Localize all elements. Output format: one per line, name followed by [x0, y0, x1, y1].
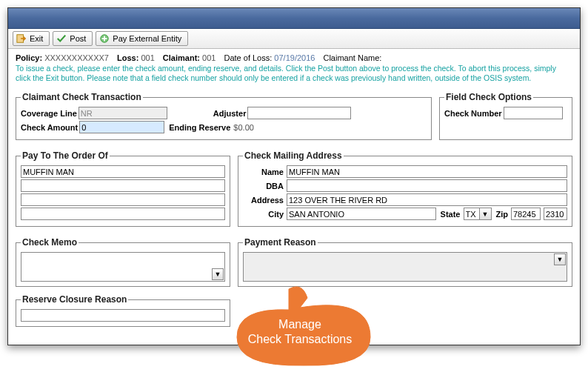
payto-line1[interactable]: [21, 165, 225, 178]
payment-reason-section: Payment Reason ▼: [238, 237, 572, 287]
mailing-legend: Check Mailing Address: [243, 150, 344, 161]
check-amount-input[interactable]: [79, 121, 164, 133]
post-button[interactable]: Post: [53, 31, 93, 46]
pay-to-section: Pay To The Order Of: [16, 150, 230, 227]
policy-value: XXXXXXXXXXX7: [44, 53, 109, 62]
state-dropdown-icon[interactable]: ▼: [480, 208, 492, 220]
check-icon: [56, 33, 67, 44]
payment-reason-dropdown-icon[interactable]: ▼: [554, 253, 566, 265]
field-check-section: Field Check Options Check Number: [439, 92, 572, 140]
claimant-label: Claimant:: [163, 53, 200, 62]
name-label: Name: [243, 168, 284, 176]
zip4-input[interactable]: [544, 208, 567, 220]
name-input[interactable]: [287, 165, 567, 178]
state-label: State: [441, 210, 461, 219]
city-label: City: [243, 210, 284, 219]
ending-reserve-label: Ending Reserve: [169, 123, 230, 132]
check-amount-label: Check Amount: [21, 123, 78, 132]
claimant-name-label: Claimant Name:: [323, 53, 381, 62]
zip-label: Zip: [496, 210, 509, 219]
payto-line2[interactable]: [21, 179, 225, 192]
mailing-section: Check Mailing Address Name DBA Address C…: [238, 150, 572, 227]
dol-value: 07/19/2016: [274, 53, 315, 62]
coverage-line-input[interactable]: [78, 107, 167, 119]
memo-legend: Check Memo: [21, 237, 78, 248]
reserve-closure-legend: Reserve Closure Reason: [21, 294, 128, 305]
adjuster-label: Adjuster: [213, 109, 247, 118]
callout: Manage Check Transactions: [222, 282, 378, 367]
reserve-closure-input[interactable]: [21, 309, 225, 322]
exit-icon: [16, 33, 27, 44]
dba-input[interactable]: [287, 179, 567, 192]
pay-to-legend: Pay To The Order Of: [21, 150, 110, 161]
policy-label: Policy:: [16, 53, 42, 62]
payment-reason-legend: Payment Reason: [243, 237, 318, 248]
claimant-check-section: Claimant Check Transaction Coverage Line…: [16, 92, 432, 140]
dol-label: Date of Loss:: [224, 53, 272, 62]
dba-label: DBA: [243, 182, 284, 190]
zip-input[interactable]: [511, 208, 541, 220]
window-titlebar: [8, 8, 580, 29]
help-text: To issue a check, please enter the check…: [16, 64, 572, 83]
pay-external-button[interactable]: Pay External Entity: [96, 31, 188, 46]
memo-dropdown-icon[interactable]: ▼: [212, 268, 224, 280]
payto-line3[interactable]: [21, 193, 225, 206]
info-row: Policy: XXXXXXXXXXX7 Loss: 001 Claimant:…: [16, 53, 572, 62]
loss-label: Loss:: [117, 53, 138, 62]
claimant-check-legend: Claimant Check Transaction: [21, 92, 143, 102]
loss-value: 001: [141, 53, 154, 62]
exit-label: Exit: [30, 34, 43, 43]
plus-icon: [99, 33, 110, 44]
pay-external-label: Pay External Entity: [113, 34, 181, 43]
city-input[interactable]: [287, 208, 436, 220]
post-label: Post: [70, 34, 86, 43]
claimant-value: 001: [202, 53, 216, 62]
memo-section: Check Memo ▼: [16, 237, 230, 287]
reserve-closure-section: Reserve Closure Reason: [16, 294, 230, 327]
payment-reason-input[interactable]: ▼: [243, 252, 567, 282]
exit-button[interactable]: Exit: [13, 31, 50, 46]
check-number-input[interactable]: [504, 107, 563, 119]
payto-line4[interactable]: [21, 208, 225, 220]
ending-reserve-value: $0.00: [233, 123, 254, 132]
adjuster-input[interactable]: [247, 107, 351, 119]
callout-line2: Check Transactions: [222, 332, 378, 347]
coverage-line-label: Coverage Line: [21, 109, 77, 118]
state-input[interactable]: [464, 208, 480, 220]
address-input[interactable]: [287, 193, 567, 206]
memo-input[interactable]: ▼: [21, 252, 225, 282]
callout-line1: Manage: [222, 317, 378, 332]
toolbar: Exit Post Pay External Entity: [8, 29, 580, 49]
address-label: Address: [243, 196, 284, 205]
field-check-legend: Field Check Options: [444, 92, 533, 102]
check-number-label: Check Number: [444, 109, 502, 118]
